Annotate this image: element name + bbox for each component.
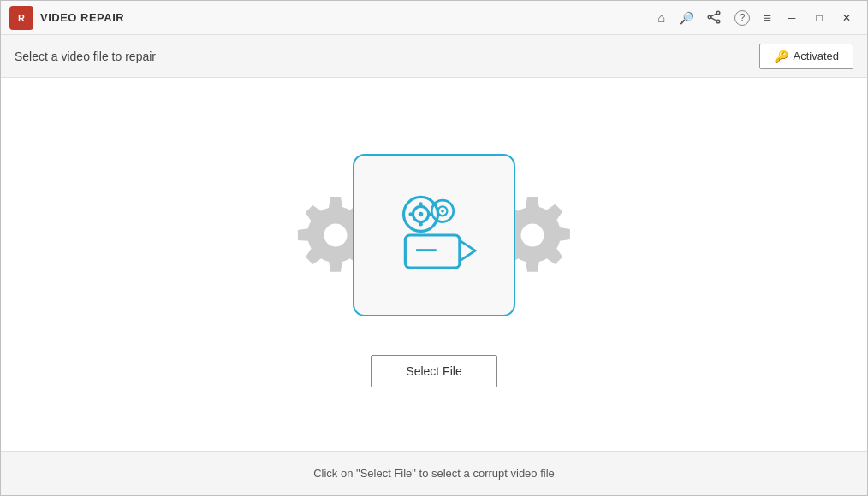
help-icon[interactable]: ? <box>734 10 750 26</box>
svg-point-2 <box>716 11 720 15</box>
svg-point-3 <box>716 20 720 23</box>
sub-header: Select a video file to repair 🔑 Activate… <box>1 35 867 78</box>
svg-point-9 <box>419 212 423 216</box>
video-repair-icon <box>383 192 485 278</box>
footer: Click on "Select File" to select a corru… <box>1 451 867 495</box>
illustration <box>297 141 571 329</box>
select-file-button[interactable]: Select File <box>371 355 496 387</box>
title-bar-left: R Video Repair <box>9 6 124 30</box>
minimize-button[interactable]: ─ <box>778 6 806 30</box>
main-content: Select File <box>1 78 867 451</box>
search-icon[interactable]: 🔎 <box>679 12 693 24</box>
menu-icon[interactable]: ≡ <box>764 11 771 24</box>
window-controls: ─ □ ✕ <box>778 6 860 30</box>
title-bar-icons: ⌂ 🔎 ? ≡ <box>657 10 771 26</box>
activated-label: Activated <box>794 50 839 62</box>
center-card <box>353 154 515 316</box>
svg-line-5 <box>711 17 716 20</box>
activated-button[interactable]: 🔑 Activated <box>759 44 853 69</box>
svg-point-16 <box>441 210 444 213</box>
main-window: R Video Repair ⌂ 🔎 ? ≡ <box>0 0 868 496</box>
svg-point-11 <box>419 222 423 227</box>
app-title: Video Repair <box>40 11 124 24</box>
page-subtitle: Select a video file to repair <box>15 50 156 63</box>
footer-hint: Click on "Select File" to select a corru… <box>313 467 555 480</box>
svg-point-4 <box>708 15 711 19</box>
share-icon[interactable] <box>707 10 721 26</box>
key-icon: 🔑 <box>774 50 788 63</box>
svg-point-10 <box>419 202 423 206</box>
close-button[interactable]: ✕ <box>833 6 860 30</box>
svg-text:R: R <box>18 13 25 23</box>
maximize-button[interactable]: □ <box>806 6 833 30</box>
svg-marker-19 <box>460 240 475 261</box>
title-bar: R Video Repair ⌂ 🔎 ? ≡ <box>1 1 867 35</box>
svg-rect-17 <box>405 235 460 268</box>
svg-point-12 <box>408 212 413 216</box>
svg-line-6 <box>711 13 716 15</box>
home-icon[interactable]: ⌂ <box>657 11 665 24</box>
app-logo: R <box>9 6 33 30</box>
